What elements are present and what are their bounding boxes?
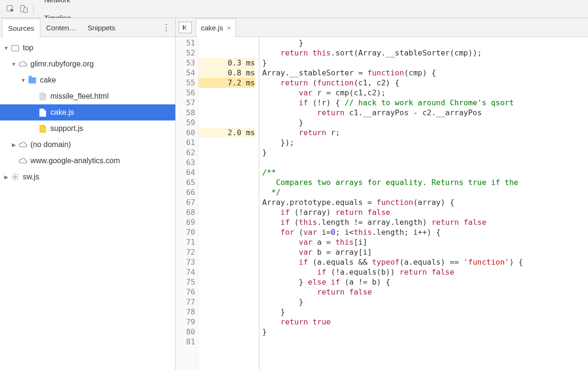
folder-icon xyxy=(28,75,37,85)
frame-icon xyxy=(10,43,20,53)
file-icon xyxy=(38,108,47,117)
tree-label: glimr.rubyforge.org xyxy=(30,60,94,68)
more-icon[interactable]: ⋮ xyxy=(162,22,171,33)
inspect-element-icon[interactable] xyxy=(4,2,17,16)
tree-no-domain[interactable]: ▶ (no domain) xyxy=(0,137,175,153)
expand-icon[interactable]: ▼ xyxy=(3,45,9,51)
main-area: SourcesConten…Snippets ⋮ ▼ top ▼ glimr.r… xyxy=(0,18,588,370)
line-number-gutter: 5152535455565758596061626364656667686970… xyxy=(176,37,199,370)
svg-rect-2 xyxy=(24,8,28,12)
toggle-navigator-icon[interactable] xyxy=(179,22,192,33)
tree-file[interactable]: support.js xyxy=(0,120,175,137)
tree-domain[interactable]: ▶ www.google-analytics.com xyxy=(0,153,175,169)
cloud-icon xyxy=(18,140,28,149)
tree-folder[interactable]: ▼ cake xyxy=(0,72,175,88)
devtools-top-tabs: ElementsConsoleSourcesApplicationNetwork… xyxy=(0,0,588,18)
tree-top[interactable]: ▼ top xyxy=(0,40,175,56)
file-tab-label: cake.js xyxy=(201,24,223,32)
tree-label: missile_fleet.html xyxy=(50,92,109,101)
separator xyxy=(33,4,34,14)
tree-label: sw.js xyxy=(23,173,39,181)
sidebar-tab[interactable]: Conten… xyxy=(40,18,82,37)
sidebar-tab[interactable]: Snippets xyxy=(82,18,121,37)
device-toggle-icon[interactable] xyxy=(17,2,30,16)
file-icon xyxy=(38,92,47,101)
tree-domain[interactable]: ▼ glimr.rubyforge.org xyxy=(0,56,175,72)
tree-sw[interactable]: ▶ sw.js xyxy=(0,169,175,185)
timing-gutter: 0.3 ms0.8 ms7.2 ms2.0 ms xyxy=(199,37,259,370)
sources-sidebar: SourcesConten…Snippets ⋮ ▼ top ▼ glimr.r… xyxy=(0,18,176,370)
editor-tabs: cake.js × xyxy=(176,18,588,37)
tree-label: www.google-analytics.com xyxy=(30,157,120,165)
tree-file-selected[interactable]: cake.js xyxy=(0,104,175,120)
expand-icon[interactable]: ▶ xyxy=(3,174,9,180)
cloud-icon xyxy=(18,156,28,166)
expand-icon[interactable]: ▼ xyxy=(20,77,27,83)
code-body[interactable]: } return this.sort(Array.__stableSorter(… xyxy=(259,37,588,370)
tree-label: cake.js xyxy=(50,108,74,117)
file-icon xyxy=(38,124,47,133)
code-editor[interactable]: 5152535455565758596061626364656667686970… xyxy=(176,37,588,370)
sidebar-tabs: SourcesConten…Snippets ⋮ xyxy=(0,18,175,37)
expand-icon[interactable]: ▼ xyxy=(10,61,17,67)
devtools-tab-network[interactable]: Network xyxy=(38,0,91,9)
svg-rect-4 xyxy=(183,25,184,30)
tree-label: support.js xyxy=(50,124,83,133)
sidebar-tab[interactable]: Sources xyxy=(2,18,40,37)
tree-label: (no domain) xyxy=(30,140,71,149)
tree-file[interactable]: missile_fleet.html xyxy=(0,88,175,104)
file-tab[interactable]: cake.js × xyxy=(196,18,236,37)
gear-icon xyxy=(10,172,20,182)
tree-label: cake xyxy=(40,76,56,84)
file-tree: ▼ top ▼ glimr.rubyforge.org ▼ cake missi… xyxy=(0,37,175,370)
cloud-icon xyxy=(18,59,28,69)
editor-pane: cake.js × 515253545556575859606162636465… xyxy=(176,18,588,370)
svg-point-3 xyxy=(14,176,17,178)
tree-label: top xyxy=(23,44,33,52)
close-icon[interactable]: × xyxy=(227,24,231,32)
expand-icon[interactable]: ▶ xyxy=(10,142,17,148)
